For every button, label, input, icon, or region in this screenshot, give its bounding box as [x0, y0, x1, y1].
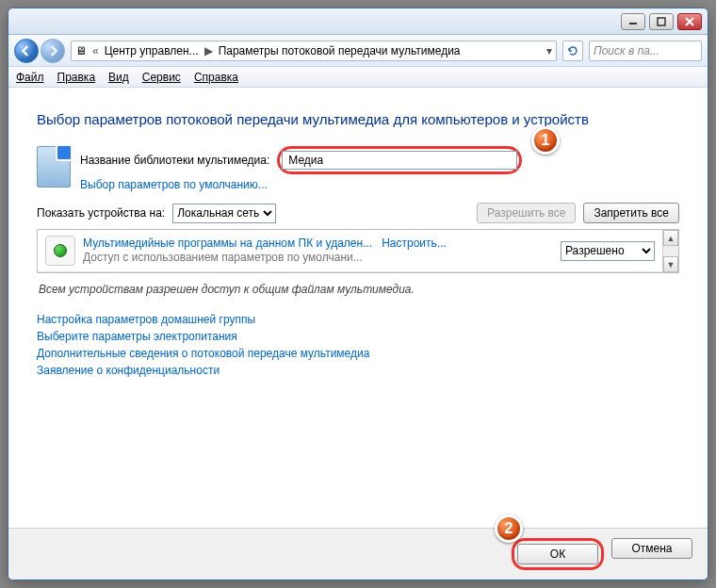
menu-tools[interactable]: Сервис: [142, 71, 181, 84]
callout-highlight-2: ОК: [512, 538, 604, 570]
library-label: Название библиотеки мультимедиа:: [80, 154, 269, 167]
close-button[interactable]: [677, 13, 702, 30]
scroll-down-icon[interactable]: ▼: [663, 256, 678, 272]
page-heading: Выбор параметров потоковой передачи муль…: [37, 110, 679, 129]
device-name[interactable]: Мультимедийные программы на данном ПК и …: [83, 237, 372, 250]
addressbar: 🖥 « Центр управлен... ▶ Параметры потоко…: [8, 35, 708, 67]
menubar: Файл Правка Вид Сервис Справка: [8, 67, 708, 88]
library-icon: [37, 146, 71, 188]
scrollbar[interactable]: ▲ ▼: [662, 230, 678, 272]
dropdown-icon[interactable]: ▾: [546, 44, 552, 57]
moreinfo-link[interactable]: Дополнительные сведения о потоковой пере…: [37, 347, 679, 360]
homegroup-link[interactable]: Настройка параметров домашней группы: [37, 313, 679, 326]
device-permission-select[interactable]: Разрешено: [561, 241, 655, 261]
device-configure-link[interactable]: Настроить...: [382, 237, 447, 250]
search-input[interactable]: Поиск в па...: [589, 41, 702, 61]
device-icon: [45, 236, 75, 266]
defaults-link[interactable]: Выбор параметров по умолчанию...: [80, 178, 679, 191]
refresh-button[interactable]: [562, 41, 583, 61]
library-name-input[interactable]: [282, 151, 517, 170]
device-row[interactable]: Мультимедийные программы на данном ПК и …: [38, 230, 662, 272]
breadcrumb-prefix: «: [92, 44, 99, 57]
menu-file[interactable]: Файл: [16, 71, 44, 84]
window-frame: 🖥 « Центр управлен... ▶ Параметры потоко…: [8, 8, 708, 580]
cancel-button[interactable]: Отмена: [611, 538, 692, 559]
privacy-link[interactable]: Заявление о конфиденциальности: [37, 364, 679, 377]
callout-badge-2: 2: [495, 514, 523, 543]
breadcrumb[interactable]: 🖥 « Центр управлен... ▶ Параметры потоко…: [71, 41, 557, 61]
block-all-button[interactable]: Запретить все: [583, 203, 679, 223]
status-text: Всем устройствам разрешен доступ к общим…: [39, 283, 677, 296]
search-placeholder: Поиск в па...: [594, 44, 659, 57]
show-devices-label: Показать устройства на:: [37, 206, 165, 220]
breadcrumb-item[interactable]: Параметры потоковой передачи мультимедиа: [219, 44, 461, 57]
power-link[interactable]: Выберите параметры электропитания: [37, 330, 679, 343]
maximize-button[interactable]: [649, 13, 674, 30]
show-devices-select[interactable]: Локальная сеть: [172, 204, 276, 223]
menu-help[interactable]: Справка: [194, 71, 238, 84]
device-list: Мультимедийные программы на данном ПК и …: [37, 229, 679, 273]
menu-view[interactable]: Вид: [108, 71, 129, 84]
content: Выбор параметров потоковой передачи муль…: [8, 88, 708, 528]
scroll-up-icon[interactable]: ▲: [663, 230, 678, 246]
minimize-button[interactable]: [621, 13, 645, 30]
chevron-right-icon: ▶: [204, 44, 213, 57]
titlebar: [8, 8, 708, 35]
menu-edit[interactable]: Правка: [57, 71, 96, 84]
back-button[interactable]: [14, 39, 39, 63]
footer: ОК Отмена: [8, 528, 708, 580]
forward-button[interactable]: [41, 39, 65, 63]
breadcrumb-item[interactable]: Центр управлен...: [105, 44, 199, 57]
callout-highlight-1: [277, 146, 522, 174]
callout-badge-1: 1: [531, 126, 560, 155]
svg-rect-1: [658, 18, 665, 25]
ok-button[interactable]: ОК: [517, 544, 598, 564]
allow-all-button[interactable]: Разрешить все: [477, 203, 576, 223]
device-subtext: Доступ с использованием параметров по ум…: [83, 251, 447, 265]
control-panel-icon: 🖥: [75, 44, 87, 57]
